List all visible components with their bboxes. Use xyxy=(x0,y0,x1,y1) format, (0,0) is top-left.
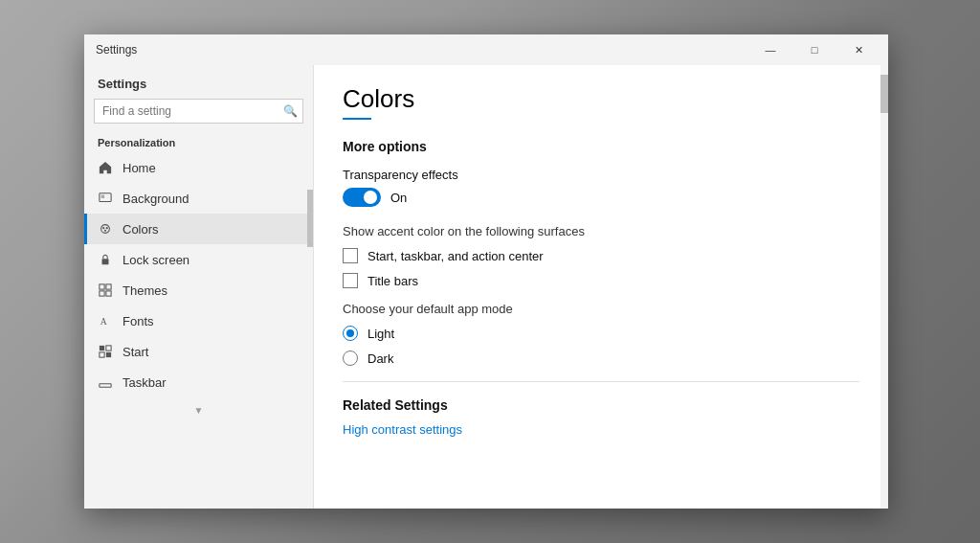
transparency-toggle[interactable] xyxy=(343,188,381,207)
svg-rect-9 xyxy=(100,291,104,296)
close-button[interactable]: ✕ xyxy=(836,34,880,65)
more-options-title: More options xyxy=(343,139,859,154)
window-controls: — □ ✕ xyxy=(748,34,880,65)
sidebar-item-home[interactable]: Home xyxy=(84,152,313,183)
svg-rect-15 xyxy=(106,352,111,357)
svg-rect-16 xyxy=(100,384,111,388)
sidebar-item-colors[interactable]: Colors xyxy=(84,214,313,244)
maximize-button[interactable]: □ xyxy=(792,34,836,65)
toggle-thumb xyxy=(364,191,377,204)
themes-icon xyxy=(98,283,113,298)
home-icon xyxy=(98,160,113,175)
related-settings-section: Related Settings High contrast settings xyxy=(343,381,859,438)
svg-point-2 xyxy=(101,225,110,234)
sidebar-item-start[interactable]: Start xyxy=(84,336,313,367)
radio-row-dark: Dark xyxy=(343,351,859,366)
high-contrast-link[interactable]: High contrast settings xyxy=(343,422,462,437)
svg-rect-10 xyxy=(106,291,111,296)
background-icon xyxy=(98,191,113,206)
svg-rect-1 xyxy=(101,195,105,199)
main-scrollbar[interactable] xyxy=(880,65,888,509)
app-mode-label: Choose your default app mode xyxy=(343,302,859,316)
sidebar-item-fonts[interactable]: A Fonts xyxy=(84,305,313,336)
svg-rect-13 xyxy=(106,346,111,351)
sidebar-scroll-down: ▼ xyxy=(84,397,313,423)
sidebar-item-lock-label: Lock screen xyxy=(122,253,189,267)
svg-rect-6 xyxy=(102,259,109,264)
checkbox-titlebars[interactable] xyxy=(343,273,358,288)
radio-dark[interactable] xyxy=(343,351,358,366)
related-settings-title: Related Settings xyxy=(343,397,859,413)
window-body: Settings 🔍 Personalization Home Backgrou… xyxy=(84,65,888,509)
svg-text:A: A xyxy=(100,316,107,327)
svg-rect-7 xyxy=(100,284,104,289)
taskbar-icon xyxy=(98,374,113,390)
sidebar-item-lock-screen[interactable]: Lock screen xyxy=(84,244,313,275)
sidebar-item-start-label: Start xyxy=(122,345,148,359)
search-icon: 🔍 xyxy=(283,104,298,118)
svg-point-4 xyxy=(106,227,108,229)
sidebar-item-background[interactable]: Background xyxy=(84,183,313,214)
checkbox-row-titlebars: Title bars xyxy=(343,273,859,288)
radio-row-light: Light xyxy=(343,326,859,341)
page-title: Colors xyxy=(343,84,859,114)
transparency-label: Transparency effects xyxy=(343,168,859,182)
sidebar-scrollbar-thumb[interactable] xyxy=(307,190,313,247)
sidebar-section-label: Personalization xyxy=(84,131,313,152)
title-bar: Settings — □ ✕ xyxy=(84,34,888,65)
colors-icon xyxy=(98,221,113,237)
content-scroll[interactable]: Colors More options Transparency effects… xyxy=(314,65,888,509)
checkbox-row-taskbar: Start, taskbar, and action center xyxy=(343,248,859,263)
sidebar-item-colors-label: Colors xyxy=(122,222,159,237)
radio-light[interactable] xyxy=(343,326,358,341)
fonts-icon: A xyxy=(98,313,113,328)
sidebar-item-background-label: Background xyxy=(122,192,189,206)
accent-color-label: Show accent color on the following surfa… xyxy=(343,224,859,238)
sidebar: Settings 🔍 Personalization Home Backgrou… xyxy=(84,65,314,509)
start-icon xyxy=(98,344,113,359)
main-content: Colors More options Transparency effects… xyxy=(314,65,888,509)
checkbox-taskbar-label: Start, taskbar, and action center xyxy=(368,249,544,263)
minimize-button[interactable]: — xyxy=(748,34,792,65)
sidebar-item-fonts-label: Fonts xyxy=(122,314,154,328)
radio-light-label: Light xyxy=(368,327,394,341)
window-title: Settings xyxy=(96,43,137,57)
sidebar-item-home-label: Home xyxy=(122,161,156,175)
main-scrollbar-thumb[interactable] xyxy=(880,75,888,113)
search-box: 🔍 xyxy=(94,99,303,124)
sidebar-item-themes-label: Themes xyxy=(122,283,167,298)
svg-rect-8 xyxy=(106,284,111,289)
checkbox-taskbar[interactable] xyxy=(343,248,358,263)
sidebar-item-taskbar[interactable]: Taskbar xyxy=(84,367,313,397)
transparency-toggle-row: On xyxy=(343,188,859,207)
svg-point-5 xyxy=(104,230,106,232)
svg-point-3 xyxy=(102,227,104,229)
svg-rect-14 xyxy=(100,352,104,357)
title-underline xyxy=(343,118,371,120)
sidebar-item-themes[interactable]: Themes xyxy=(84,275,313,305)
settings-window: Settings — □ ✕ Settings 🔍 Personalizatio… xyxy=(84,34,888,509)
checkbox-titlebars-label: Title bars xyxy=(368,274,418,288)
sidebar-scrollbar[interactable] xyxy=(307,65,313,509)
radio-dark-label: Dark xyxy=(368,351,393,366)
lock-icon xyxy=(98,252,113,267)
svg-rect-12 xyxy=(100,346,104,351)
transparency-state: On xyxy=(390,191,407,205)
sidebar-header: Settings xyxy=(84,65,313,99)
search-input[interactable] xyxy=(94,99,303,124)
sidebar-item-taskbar-label: Taskbar xyxy=(122,375,167,390)
